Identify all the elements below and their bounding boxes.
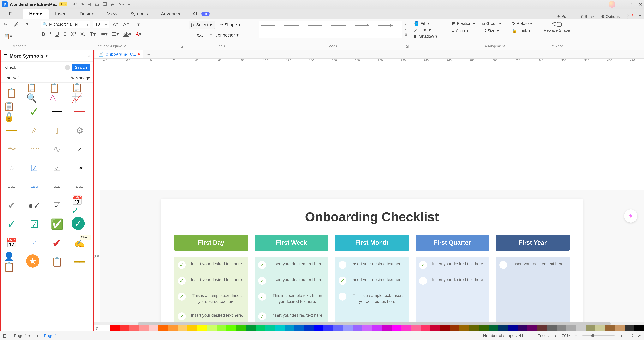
- symbol-item[interactable]: ✔: [49, 236, 65, 250]
- color-swatch[interactable]: [469, 325, 479, 331]
- symbol-item[interactable]: 📋🔒: [4, 104, 20, 119]
- italic-icon[interactable]: I: [49, 30, 52, 38]
- position-button[interactable]: ⊞Position▾: [452, 21, 478, 27]
- color-swatch[interactable]: [178, 325, 188, 331]
- color-swatch[interactable]: [226, 325, 236, 331]
- symbol-item[interactable]: ━━: [49, 104, 65, 119]
- color-swatch[interactable]: [129, 325, 139, 331]
- font-family-select[interactable]: 🔍 Microsoft YaHei ▾: [41, 21, 90, 28]
- highlight-icon[interactable]: ab▾: [122, 30, 132, 38]
- add-tab-icon[interactable]: ＋: [146, 51, 152, 58]
- subscript-icon[interactable]: X₂: [80, 30, 87, 38]
- minimize-icon[interactable]: —: [622, 2, 627, 7]
- print-icon[interactable]: 🖨: [110, 2, 115, 7]
- color-swatch[interactable]: [197, 325, 207, 331]
- color-swatch[interactable]: [576, 325, 586, 331]
- no-color-icon[interactable]: ⊘: [94, 325, 100, 331]
- color-swatch[interactable]: [333, 325, 343, 331]
- numbering-icon[interactable]: ☰▾: [111, 30, 120, 38]
- symbol-item[interactable]: 〰: [26, 142, 42, 156]
- symbol-item[interactable]: ☑: [26, 160, 42, 175]
- focus-icon[interactable]: ⛶: [528, 333, 532, 338]
- symbol-item[interactable]: 📋🔍: [26, 85, 42, 100]
- color-swatch[interactable]: [343, 325, 352, 331]
- symbol-item[interactable]: 📋⚠: [49, 85, 65, 100]
- color-swatch[interactable]: [498, 325, 508, 331]
- close-icon[interactable]: ✕: [638, 2, 642, 7]
- color-swatch[interactable]: [246, 325, 256, 331]
- symbol-item[interactable]: ⚙: [72, 123, 88, 138]
- color-swatch[interactable]: [430, 325, 440, 331]
- color-swatch[interactable]: [421, 325, 430, 331]
- color-swatch[interactable]: [392, 325, 401, 331]
- color-swatch[interactable]: [411, 325, 421, 331]
- increase-font-icon[interactable]: A⁺: [112, 21, 120, 28]
- color-swatch[interactable]: [615, 325, 624, 331]
- fit-page-icon[interactable]: ⛶: [629, 333, 633, 338]
- symbol-item[interactable]: 📅: [4, 236, 20, 250]
- symbol-item[interactable]: ○: [4, 160, 20, 175]
- manage-button[interactable]: ✎ Manage: [71, 76, 90, 80]
- symbol-item[interactable]: ✅: [49, 217, 65, 232]
- symbol-item[interactable]: ☐☐☐: [72, 179, 88, 194]
- tab-home[interactable]: Home: [23, 9, 49, 19]
- fill-button[interactable]: 🪣Fill▾: [414, 21, 446, 27]
- color-swatch[interactable]: [275, 325, 284, 331]
- symbol-item[interactable]: 〜: [4, 142, 20, 156]
- symbol-item[interactable]: ☑: [49, 160, 65, 175]
- tab-design[interactable]: Design: [73, 9, 101, 19]
- undo-icon[interactable]: ↶: [73, 2, 77, 7]
- redo-icon[interactable]: ↷: [80, 2, 84, 7]
- user-avatar[interactable]: [609, 1, 616, 8]
- shape-tool[interactable]: ▱ Shape▾: [217, 21, 243, 29]
- format-painter-icon[interactable]: 🖌: [13, 21, 20, 28]
- superscript-icon[interactable]: X²: [70, 30, 77, 38]
- symbol-item[interactable]: ☐☐☐: [49, 179, 65, 194]
- color-swatch[interactable]: [285, 325, 294, 331]
- color-swatch[interactable]: [324, 325, 333, 331]
- export-icon[interactable]: ⇲▾: [118, 2, 124, 7]
- symbol-item[interactable]: ━━: [72, 254, 88, 269]
- library-toggle[interactable]: Library ⌃: [4, 76, 20, 80]
- font-size-select[interactable]: 10 ▾: [93, 21, 109, 28]
- color-swatch[interactable]: [256, 325, 265, 331]
- symbol-item[interactable]: ⟋: [72, 142, 88, 156]
- color-swatch[interactable]: [440, 325, 450, 331]
- symbol-item[interactable]: 👤📋: [4, 254, 20, 269]
- symbol-item[interactable]: ●✓: [26, 198, 42, 213]
- color-swatch[interactable]: [188, 325, 197, 331]
- document-tab[interactable]: 📄 Onboarding C...: [95, 50, 143, 59]
- canvas-page[interactable]: Onboarding Checklist First Day✓Insert yo…: [161, 199, 583, 322]
- align-menu-icon[interactable]: ≣▾: [132, 21, 141, 28]
- color-swatch[interactable]: [149, 325, 158, 331]
- dialog-launcher-icon[interactable]: ⇲: [406, 45, 408, 48]
- color-swatch[interactable]: [528, 325, 537, 331]
- symbol-item[interactable]: ✓: [4, 217, 20, 232]
- tab-file[interactable]: File: [2, 9, 23, 19]
- qat-caret-icon[interactable]: ▾: [128, 2, 130, 7]
- add-page-icon[interactable]: ＋: [36, 333, 40, 338]
- symbol-item[interactable]: ☐text: [72, 160, 88, 175]
- horizontal-scrollbar[interactable]: [94, 322, 644, 325]
- pages-icon[interactable]: ▤: [3, 333, 7, 338]
- symbol-item[interactable]: ☑☑☑: [26, 179, 42, 194]
- color-swatch[interactable]: [537, 325, 547, 331]
- color-swatch[interactable]: [586, 325, 596, 331]
- focus-label[interactable]: Focus: [538, 333, 548, 338]
- symbol-search-input[interactable]: [4, 64, 63, 71]
- symbol-item[interactable]: 📋: [4, 85, 20, 100]
- symbol-item[interactable]: ✔: [4, 198, 20, 213]
- color-swatch[interactable]: [110, 325, 120, 331]
- symbol-item[interactable]: ━━: [4, 123, 20, 138]
- symbol-item[interactable]: ⫽: [26, 123, 42, 138]
- symbol-item[interactable]: ✓: [26, 104, 42, 119]
- color-swatch[interactable]: [450, 325, 460, 331]
- tab-view[interactable]: View: [101, 9, 124, 19]
- search-button[interactable]: Search: [72, 64, 90, 71]
- color-swatch[interactable]: [168, 325, 178, 331]
- replace-shape-button[interactable]: ⟲▢ Replace Shape: [543, 21, 571, 33]
- new-icon[interactable]: ⊞: [88, 2, 91, 7]
- color-swatch[interactable]: [596, 325, 605, 331]
- case-icon[interactable]: T▾: [89, 30, 96, 38]
- text-tool[interactable]: T Text: [188, 31, 205, 39]
